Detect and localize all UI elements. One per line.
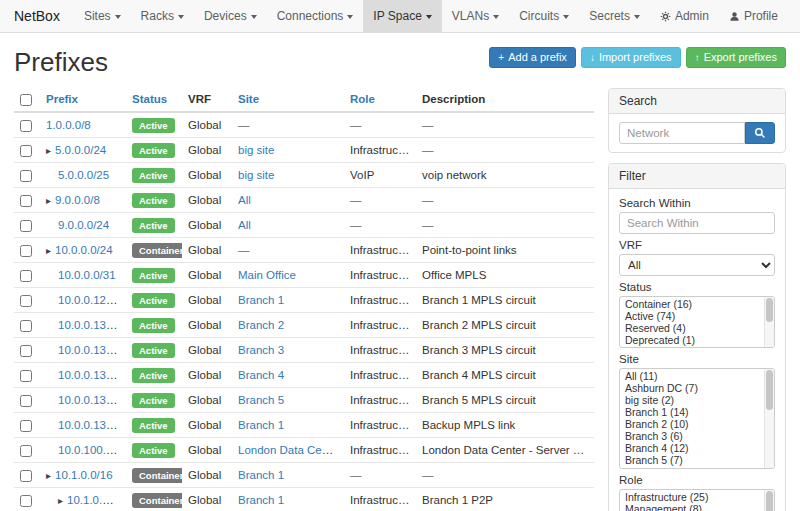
row-checkbox[interactable]: [20, 470, 32, 482]
search-input[interactable]: [619, 122, 745, 144]
nav-item-connections[interactable]: Connections: [267, 0, 364, 32]
row-checkbox[interactable]: [20, 170, 32, 182]
nav-item-devices[interactable]: Devices: [194, 0, 267, 32]
scrollbar[interactable]: [764, 490, 774, 511]
filter-option[interactable]: All (11): [620, 370, 774, 382]
row-checkbox[interactable]: [20, 395, 32, 407]
prefix-link[interactable]: 10.0.0.134/31: [58, 369, 126, 381]
site-link[interactable]: London Data Center: [238, 444, 342, 456]
row-checkbox[interactable]: [20, 445, 32, 457]
site-link[interactable]: Branch 1: [238, 469, 284, 481]
prefix-link[interactable]: 1.0.0.0/8: [46, 119, 91, 131]
site-link[interactable]: Branch 2: [238, 319, 284, 331]
prefix-link[interactable]: 10.1.0.0/24: [67, 494, 125, 506]
prefix-link[interactable]: 10.0.0.130/31: [58, 319, 126, 331]
prefix-link[interactable]: 10.0.0.136/31: [58, 394, 126, 406]
nav-item-logout[interactable]: Log out: [788, 0, 800, 32]
column-header-prefix[interactable]: Prefix: [46, 93, 78, 105]
prefix-link[interactable]: 10.0.0.138/31: [58, 419, 126, 431]
prefix-link[interactable]: 10.0.100.0/24: [58, 444, 126, 456]
select-all-checkbox[interactable]: [20, 94, 32, 106]
app-logo[interactable]: NetBox: [0, 0, 74, 32]
prefix-link[interactable]: 10.0.0.132/31: [58, 344, 126, 356]
row-checkbox[interactable]: [20, 320, 32, 332]
scrollbar[interactable]: [764, 297, 774, 347]
export-prefixes-button[interactable]: ↑ Export prefixes: [686, 47, 786, 68]
prefix-link[interactable]: 10.0.0.128/31: [58, 294, 126, 306]
row-checkbox[interactable]: [20, 120, 32, 132]
prefix-link[interactable]: 9.0.0.0/8: [55, 194, 100, 206]
expand-caret-icon[interactable]: ▸: [46, 145, 51, 156]
filter-option[interactable]: Infrastructure (25): [620, 491, 774, 503]
site-link[interactable]: Branch 1: [238, 494, 284, 506]
nav-item-admin[interactable]: Admin: [650, 0, 719, 32]
site-link[interactable]: Branch 5: [238, 394, 284, 406]
filter-option[interactable]: Branch 5 (7): [620, 454, 774, 466]
row-checkbox[interactable]: [20, 295, 32, 307]
column-header-status[interactable]: Status: [132, 93, 167, 105]
row-checkbox[interactable]: [20, 220, 32, 232]
nav-item-racks[interactable]: Racks: [131, 0, 194, 32]
table-row: 10.0.0.128/31ActiveGlobalBranch 1Infrast…: [14, 287, 594, 312]
filter-option[interactable]: Branch 4 (12): [620, 442, 774, 454]
search-button[interactable]: [745, 122, 775, 144]
action-buttons: + Add a prefix ↓ Import prefixes ↑ Expor…: [489, 47, 786, 68]
filter-option[interactable]: big site (2): [620, 394, 774, 406]
row-checkbox[interactable]: [20, 345, 32, 357]
filter-option[interactable]: Deprecated (1): [620, 334, 774, 346]
filter-option[interactable]: Active (74): [620, 310, 774, 322]
nav-item-ip-space[interactable]: IP Space: [363, 0, 441, 32]
site-link[interactable]: All: [238, 219, 251, 231]
expand-caret-icon[interactable]: ▸: [58, 495, 63, 506]
site-link[interactable]: All: [238, 194, 251, 206]
expand-caret-icon[interactable]: ▸: [46, 470, 51, 481]
column-header-role[interactable]: Role: [350, 93, 375, 105]
vrf-value: Global: [188, 494, 221, 506]
filter-option[interactable]: COLO-1 24 (4): [620, 466, 774, 469]
site-link[interactable]: big site: [238, 169, 274, 181]
prefix-link[interactable]: 5.0.0.0/24: [55, 144, 106, 156]
filter-option[interactable]: Ashburn DC (7): [620, 382, 774, 394]
expand-caret-icon[interactable]: ▸: [46, 195, 51, 206]
nav-item-vlans[interactable]: VLANs: [442, 0, 509, 32]
search-within-input[interactable]: [619, 212, 775, 234]
nav-item-secrets[interactable]: Secrets: [579, 0, 650, 32]
site-listbox[interactable]: All (11)Ashburn DC (7)big site (2)Branch…: [619, 368, 775, 469]
row-checkbox[interactable]: [20, 195, 32, 207]
import-prefixes-button[interactable]: ↓ Import prefixes: [581, 47, 681, 68]
filter-option[interactable]: Container (16): [620, 298, 774, 310]
prefix-link[interactable]: 10.0.0.0/31: [58, 269, 116, 281]
filter-option[interactable]: Management (8): [620, 503, 774, 511]
scrollbar[interactable]: [764, 369, 774, 468]
nav-item-profile[interactable]: Profile: [719, 0, 788, 32]
row-checkbox[interactable]: [20, 245, 32, 257]
site-link[interactable]: Branch 3: [238, 344, 284, 356]
vrf-select[interactable]: All: [619, 254, 775, 276]
site-link[interactable]: Main Office: [238, 269, 296, 281]
filter-option[interactable]: Branch 2 (10): [620, 418, 774, 430]
prefix-link[interactable]: 10.1.0.0/16: [55, 469, 113, 481]
filter-option[interactable]: Branch 3 (6): [620, 430, 774, 442]
row-checkbox[interactable]: [20, 270, 32, 282]
filter-option[interactable]: Reserved (4): [620, 322, 774, 334]
site-link[interactable]: Branch 4: [238, 369, 284, 381]
row-checkbox[interactable]: [20, 420, 32, 432]
column-header-site[interactable]: Site: [238, 93, 259, 105]
prefix-link[interactable]: 5.0.0.0/25: [58, 169, 109, 181]
nav-item-sites[interactable]: Sites: [74, 0, 131, 32]
row-checkbox[interactable]: [20, 145, 32, 157]
vrf-value: Global: [188, 144, 221, 156]
row-checkbox[interactable]: [20, 495, 32, 507]
row-checkbox[interactable]: [20, 370, 32, 382]
site-link[interactable]: Branch 1: [238, 294, 284, 306]
filter-option[interactable]: Branch 1 (14): [620, 406, 774, 418]
site-link[interactable]: big site: [238, 144, 274, 156]
role-listbox[interactable]: Infrastructure (25)Management (8)Private…: [619, 489, 775, 511]
prefix-link[interactable]: 9.0.0.0/24: [58, 219, 109, 231]
add-prefix-button[interactable]: + Add a prefix: [489, 47, 576, 68]
site-link[interactable]: Branch 1: [238, 419, 284, 431]
expand-caret-icon[interactable]: ▸: [46, 245, 51, 256]
prefix-link[interactable]: 10.0.0.0/24: [55, 244, 113, 256]
status-listbox[interactable]: Container (16)Active (74)Reserved (4)Dep…: [619, 296, 775, 348]
nav-item-circuits[interactable]: Circuits: [509, 0, 579, 32]
